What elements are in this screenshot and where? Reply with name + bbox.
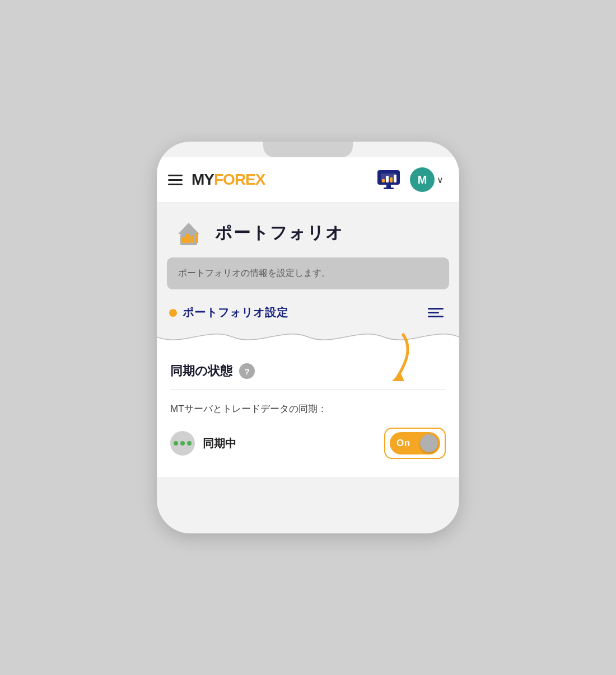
- dot-green-2: [180, 441, 185, 446]
- svg-rect-12: [190, 236, 194, 243]
- header: MY FOREX M ∨: [157, 157, 459, 203]
- description-text: ポートフォリオの情報を設定します。: [178, 268, 330, 278]
- chevron-down-icon: ∨: [437, 175, 444, 185]
- header-left: MY FOREX: [168, 171, 265, 189]
- page-title: ポートフォリオ: [215, 222, 344, 245]
- hamburger-line-1: [168, 175, 183, 176]
- help-label: ?: [244, 367, 249, 376]
- logo-forex: FOREX: [214, 171, 265, 189]
- list-icon-line-1: [428, 308, 444, 310]
- toggle-wrapper: On: [384, 428, 446, 459]
- svg-rect-3: [386, 176, 389, 182]
- dot-green-1: [174, 441, 178, 446]
- avatar: M: [410, 167, 435, 192]
- dots-icon: [170, 431, 195, 456]
- hamburger-line-3: [168, 184, 183, 185]
- section-title: ポートフォリオ設定: [183, 305, 288, 320]
- description-bar: ポートフォリオの情報を設定します。: [167, 257, 449, 289]
- sync-section: 同期の状態 ? MTサーバとトレードデータの同期： 同期中 On: [157, 347, 459, 477]
- list-icon-line-3: [428, 316, 444, 317]
- dot-green-3: [187, 441, 192, 446]
- toggle-thumb: [420, 434, 438, 452]
- phone-frame: MY FOREX M ∨: [157, 142, 459, 533]
- svg-rect-5: [394, 175, 396, 182]
- hamburger-button[interactable]: [168, 175, 183, 185]
- section-header-left: ポートフォリオ設定: [169, 305, 288, 320]
- phone-notch: [263, 142, 353, 157]
- svg-rect-10: [181, 237, 185, 243]
- divider: [170, 390, 446, 390]
- portfolio-icon: [172, 218, 205, 247]
- svg-rect-2: [382, 179, 385, 182]
- sync-title-row: 同期の状態 ?: [170, 363, 446, 379]
- logo-my: MY: [192, 171, 214, 189]
- wave-divider: [157, 327, 459, 347]
- section-header: ポートフォリオ設定: [157, 295, 459, 320]
- sync-status-left: 同期中: [170, 431, 236, 456]
- help-icon[interactable]: ?: [239, 363, 255, 379]
- header-right: M ∨: [376, 167, 444, 192]
- logo: MY FOREX: [192, 171, 265, 189]
- toggle-switch[interactable]: On: [390, 432, 440, 454]
- page-title-area: ポートフォリオ: [157, 203, 459, 247]
- hamburger-line-2: [168, 179, 183, 181]
- list-icon[interactable]: [428, 308, 444, 317]
- svg-rect-11: [186, 234, 189, 243]
- list-icon-line-2: [428, 312, 439, 313]
- svg-rect-7: [384, 187, 394, 189]
- svg-rect-4: [390, 177, 393, 182]
- monitor-icon[interactable]: [376, 169, 401, 190]
- sync-title: 同期の状態: [170, 363, 232, 379]
- svg-rect-13: [195, 233, 198, 243]
- sync-status-text: 同期中: [203, 436, 236, 451]
- toggle-label: On: [396, 438, 410, 449]
- sync-label: MTサーバとトレードデータの同期：: [170, 402, 446, 415]
- orange-dot-icon: [169, 309, 177, 317]
- avatar-wrap[interactable]: M ∨: [410, 167, 444, 192]
- svg-marker-8: [178, 223, 199, 234]
- sync-row: 同期中 On: [170, 428, 446, 459]
